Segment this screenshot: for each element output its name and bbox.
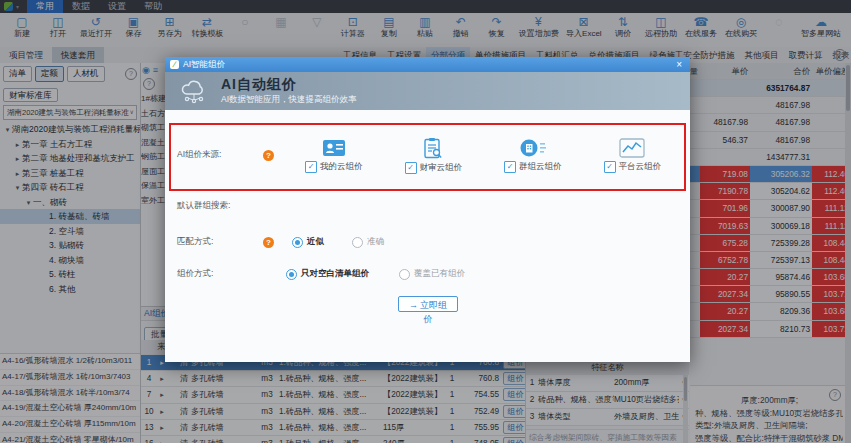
- group-cloud-icon: [519, 138, 546, 158]
- help-icon[interactable]: [263, 150, 274, 161]
- checkbox[interactable]: [405, 162, 417, 174]
- source-label: AI组价来源:: [165, 149, 263, 161]
- app-window: ▾ 常用 数据 设置 帮助 ▢ 新建 ◫ 打开 ↺ 最近打开: [0, 0, 851, 443]
- ai-logo-icon: ∕: [170, 60, 179, 69]
- group-search-label: 默认群组搜索:: [177, 200, 257, 212]
- ai-pricing-modal: ∕ AI智能组价 × AI自动组价 AI数据智能应用，快速提高组价效率 AI组价…: [165, 57, 690, 362]
- pricing-mode-label: 组价方式:: [177, 268, 257, 280]
- platform-cloud-icon: [619, 138, 645, 158]
- checkbox[interactable]: [504, 161, 516, 173]
- cloud-network-icon: [177, 78, 211, 104]
- arrow-right-icon: →: [409, 300, 418, 310]
- help-icon[interactable]: [263, 237, 274, 248]
- radio-icon: [352, 237, 363, 248]
- pricing-mode-row: 组价方式: 只对空白清单组价 覆盖已有组价: [177, 268, 489, 280]
- match-mode-label: 匹配方式:: [177, 236, 257, 248]
- modal-body: AI组价来源: 我的云组价: [165, 110, 690, 362]
- checkbox[interactable]: [305, 161, 317, 173]
- source-option-my-cloud[interactable]: 我的云组价: [284, 137, 384, 174]
- modal-titlebar: ∕ AI智能组价 ×: [165, 57, 690, 72]
- group-search-row: 默认群组搜索:: [177, 200, 257, 212]
- radio-option[interactable]: 准确: [352, 236, 384, 248]
- modal-title: AI智能组价: [183, 59, 225, 71]
- close-icon[interactable]: ×: [673, 57, 685, 72]
- checkbox[interactable]: [604, 161, 616, 173]
- my-cloud-icon: [322, 138, 346, 158]
- radio-option[interactable]: 只对空白清单组价: [286, 268, 369, 280]
- radio-option[interactable]: 近似: [292, 236, 324, 248]
- radio-icon: [286, 269, 297, 280]
- match-mode-row: 匹配方式: 近似 准确: [177, 236, 406, 248]
- modal-heading: AI自动组价: [221, 76, 357, 92]
- modal-subtitle: AI数据智能应用，快速提高组价效率: [221, 94, 357, 106]
- radio-icon: [292, 237, 303, 248]
- source-row: AI组价来源: 我的云组价: [165, 123, 690, 187]
- audit-cloud-icon: [423, 137, 443, 159]
- modal-header: AI自动组价 AI数据智能应用，快速提高组价效率: [165, 72, 690, 110]
- source-option-group-cloud[interactable]: 群组云组价: [483, 137, 583, 174]
- radio-icon: [399, 269, 410, 280]
- price-now-button[interactable]: →立即组价: [398, 296, 458, 312]
- radio-option[interactable]: 覆盖已有组价: [399, 268, 465, 280]
- source-option-audit-cloud[interactable]: 财审云组价: [384, 137, 484, 174]
- source-options: 我的云组价 财审云组价: [284, 137, 682, 174]
- source-option-platform-cloud[interactable]: 平台云组价: [583, 137, 683, 174]
